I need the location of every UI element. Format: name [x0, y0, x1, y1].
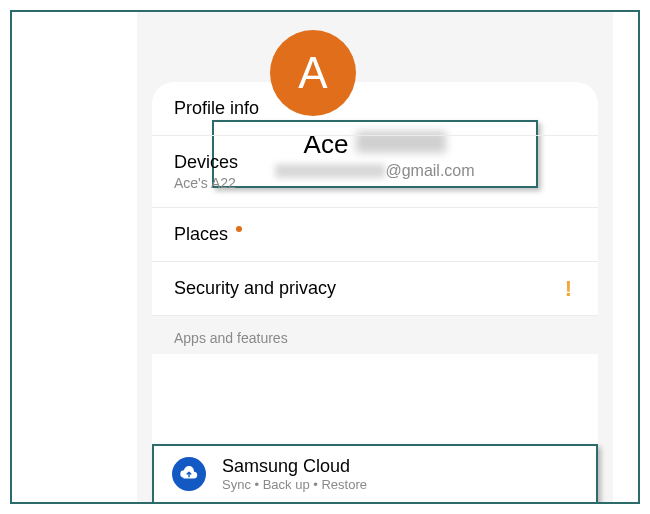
- samsung-cloud-sub: Sync • Back up • Restore: [222, 477, 367, 492]
- profile-info-title: Profile info: [174, 98, 576, 119]
- places-item[interactable]: Places: [152, 208, 598, 262]
- cloud-icon: [172, 457, 206, 491]
- devices-title: Devices: [174, 152, 576, 173]
- samsung-cloud-item[interactable]: Samsung Cloud Sync • Back up • Restore: [152, 444, 598, 504]
- avatar-letter: A: [298, 48, 327, 98]
- avatar[interactable]: A: [270, 30, 356, 116]
- security-title: Security and privacy: [174, 278, 576, 299]
- devices-sub: Ace's A22: [174, 175, 576, 191]
- samsung-cloud-text: Samsung Cloud Sync • Back up • Restore: [222, 456, 367, 492]
- warning-icon: !: [565, 276, 572, 302]
- screenshot-frame: A Ace @gmail.com Profile info Devices Ac…: [10, 10, 640, 504]
- profile-info-item[interactable]: Profile info: [152, 82, 598, 136]
- apps-features-header: Apps and features: [152, 316, 598, 354]
- security-privacy-item[interactable]: Security and privacy !: [152, 262, 598, 316]
- devices-item[interactable]: Devices Ace's A22: [152, 136, 598, 208]
- samsung-cloud-title: Samsung Cloud: [222, 456, 367, 477]
- notification-dot-icon: [236, 226, 242, 232]
- settings-card: Ace @gmail.com Profile info Devices Ace'…: [152, 82, 598, 502]
- places-title: Places: [174, 224, 576, 245]
